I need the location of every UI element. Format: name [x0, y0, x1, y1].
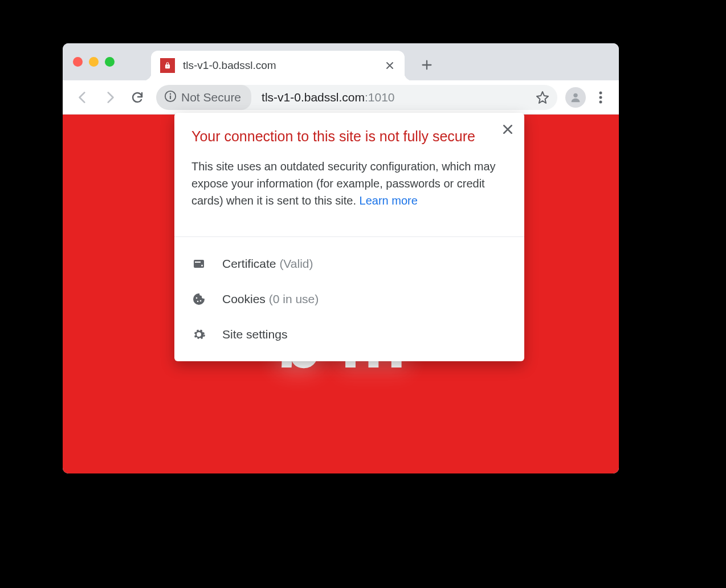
- svg-point-6: [599, 96, 602, 99]
- svg-point-12: [197, 301, 199, 303]
- bookmark-button[interactable]: [535, 89, 550, 105]
- popup-title: Your connection to this site is not full…: [191, 126, 507, 146]
- address-bar[interactable]: Not Secure tls-v1-0.badssl.com:1010: [156, 85, 557, 110]
- certificate-icon: [191, 256, 206, 271]
- popup-items: Certificate (Valid) Cookies (0 in use) S…: [174, 237, 524, 361]
- browser-window: tls-v1-0.badssl.com Not Secure: [63, 43, 619, 473]
- security-label: Not Secure: [181, 91, 241, 104]
- window-controls: [73, 57, 115, 67]
- profile-button[interactable]: [565, 87, 586, 108]
- tab-close-button[interactable]: [384, 60, 395, 71]
- toolbar: Not Secure tls-v1-0.badssl.com:1010: [63, 80, 619, 115]
- tab-bar: tls-v1-0.badssl.com: [63, 43, 619, 80]
- menu-button[interactable]: [589, 86, 612, 109]
- certificate-item[interactable]: Certificate (Valid): [174, 246, 524, 281]
- svg-point-7: [599, 100, 602, 103]
- window-close-button[interactable]: [73, 57, 83, 67]
- info-icon: [164, 90, 177, 105]
- popup-close-button[interactable]: [499, 121, 516, 138]
- cookies-item[interactable]: Cookies (0 in use): [174, 281, 524, 317]
- svg-point-5: [599, 91, 602, 94]
- popup-header: Your connection to this site is not full…: [174, 113, 524, 223]
- lock-insecure-icon: [160, 58, 175, 73]
- svg-rect-8: [194, 260, 204, 268]
- browser-tab[interactable]: tls-v1-0.badssl.com: [151, 51, 405, 80]
- security-indicator[interactable]: Not Secure: [156, 85, 251, 110]
- url-host: tls-v1-0.badssl.com: [262, 91, 365, 104]
- url-display: tls-v1-0.badssl.com:1010: [262, 91, 535, 104]
- svg-point-2: [170, 93, 172, 95]
- svg-point-11: [196, 297, 198, 299]
- window-minimize-button[interactable]: [89, 57, 99, 67]
- url-port: :1010: [365, 91, 395, 104]
- back-button[interactable]: [70, 84, 96, 111]
- svg-rect-9: [195, 262, 201, 263]
- popup-item-label: Site settings: [222, 328, 287, 341]
- svg-point-13: [200, 300, 202, 302]
- window-maximize-button[interactable]: [105, 57, 115, 67]
- tab-title: tls-v1-0.badssl.com: [183, 59, 376, 72]
- popup-item-label: Cookies (0 in use): [222, 292, 319, 306]
- new-tab-button[interactable]: [416, 54, 438, 76]
- forward-button[interactable]: [97, 84, 123, 111]
- reload-button[interactable]: [124, 84, 150, 111]
- site-security-popup: Your connection to this site is not full…: [174, 113, 524, 361]
- popup-description: This site uses an outdated security conf…: [191, 158, 507, 209]
- svg-rect-3: [170, 95, 171, 99]
- learn-more-link[interactable]: Learn more: [360, 194, 418, 207]
- popup-item-label: Certificate (Valid): [222, 257, 313, 271]
- site-settings-item[interactable]: Site settings: [174, 317, 524, 352]
- svg-point-10: [201, 265, 203, 267]
- gear-icon: [191, 327, 206, 342]
- svg-point-4: [573, 93, 577, 97]
- cookie-icon: [191, 292, 206, 307]
